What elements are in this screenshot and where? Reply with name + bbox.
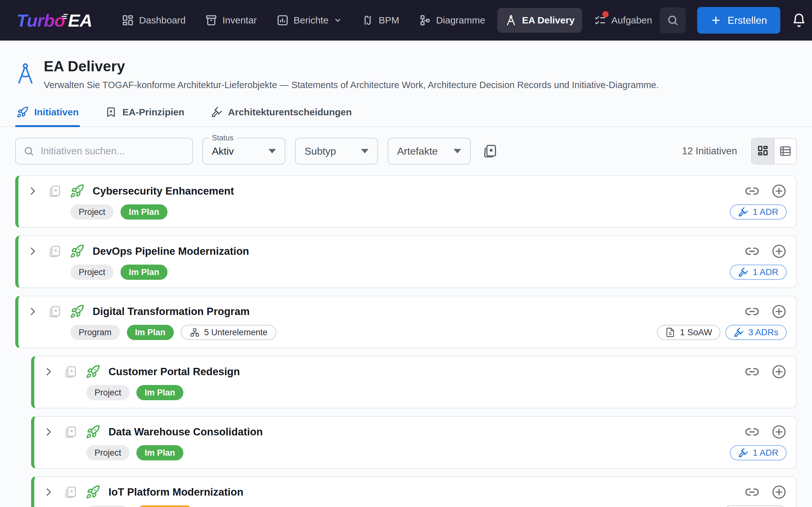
nav-item-diagramme[interactable]: Diagramme [411,8,493,33]
artifact-badge[interactable]: 1 SoAW [723,505,786,507]
expand-chevron-icon[interactable] [26,245,39,258]
artifact-badge[interactable]: 1 ADR [730,265,786,280]
rocket-icon [70,244,84,259]
artefakte-select-label: Artefakte [397,146,438,157]
pill-row: Project Im Plan [70,205,234,220]
search-field [15,138,193,164]
artefakte-select[interactable]: Artefakte [388,138,471,164]
add-circle-icon[interactable] [771,364,786,379]
expand-chevron-icon[interactable] [26,184,39,198]
initiatives-list: Cybersecurity Enhancement Project Im Pla… [0,175,812,507]
nav-item-inventar[interactable]: Inventar [198,8,264,33]
tab-label: EA-Prinzipien [122,107,184,118]
drafting-compass-icon [15,61,36,86]
initiative-count: 12 Initiativen [682,146,737,157]
add-circle-icon[interactable] [771,183,786,199]
nav-item-ea-delivery[interactable]: EA Delivery [497,8,582,33]
status-pill: Im Plan [127,325,174,340]
nav-item-berichte[interactable]: Berichte [269,8,350,33]
initiative-title[interactable]: Cybersecurity Enhancement [93,185,234,197]
table-view-icon [779,145,792,158]
artifact-badges: 1 ADR [730,445,786,460]
link-icon[interactable] [745,485,759,499]
rocket-icon [16,106,29,118]
initiative-title[interactable]: IoT Platform Modernization [108,486,243,498]
gavel-icon [734,327,744,337]
rocket-icon [70,184,84,199]
subtyp-select[interactable]: Subtyp [295,138,378,164]
notification-dot [602,11,609,17]
card-view-button[interactable] [752,138,774,164]
rocket-icon [86,364,100,379]
initiative-title[interactable]: Customer Portal Redesign [108,366,240,378]
add-circle-icon[interactable] [771,304,786,319]
artifact-badge[interactable]: 3 ADRs [725,325,786,340]
children-badge[interactable]: 5 Unterelemente [181,325,276,340]
gavel-icon [738,267,748,277]
initiative-title[interactable]: Data Warehouse Consolidation [108,426,263,438]
search-button[interactable] [660,7,686,33]
add-circle-icon[interactable] [771,244,786,259]
initiative-title[interactable]: Digital Transformation Program [93,305,250,318]
table-view-button[interactable] [774,138,796,164]
tab-ea-prinzipien[interactable]: EA-Prinzipien [104,104,186,126]
pill-row: Program Im Plan 5 Unterelemente [70,325,276,340]
status-pill: Im Plan [120,265,167,280]
view-toggle [751,138,797,164]
artifact-badge-label: 1 ADR [753,448,778,458]
nav-item-aufgaben[interactable]: Aufgaben [587,8,659,33]
link-icon[interactable] [745,304,759,319]
initiative-title[interactable]: DevOps Pipeline Modernization [93,245,249,257]
link-icon[interactable] [745,364,759,379]
expand-chevron-icon[interactable] [42,425,55,439]
bell-icon[interactable] [792,13,806,27]
expand-chevron-icon[interactable] [26,305,39,318]
artifact-badge[interactable]: 1 ADR [730,445,786,460]
artifact-badges: 1 ADR [730,265,786,280]
type-pill: Project [70,265,113,280]
nav-item-bpm[interactable]: BPM [354,8,407,33]
speed-lines-icon [60,12,69,21]
pill-row: Project Im Plan [86,385,240,400]
nav-item-dashboard[interactable]: Dashboard [114,8,193,33]
tab-architekturentscheidungen[interactable]: Architekturentscheidungen [210,104,353,126]
app-logo[interactable]: Turbo EA [16,10,92,31]
logo-turbo-text: Turbo [16,10,65,31]
pill-row: Project Im Plan [86,445,263,460]
add-circle-icon[interactable] [771,485,786,500]
chevron-down-icon [334,16,342,24]
caret-down-icon [361,149,368,153]
initiative-card: Digital Transformation Program Program I… [15,296,797,348]
artifact-badges: 1 ADR [730,205,786,220]
gavel-icon [738,207,748,217]
status-select-label: Status [209,133,237,142]
artifact-badge[interactable]: 1 SoAW [657,325,720,340]
tab-label: Initiativen [34,107,79,118]
card-stack-star-icon[interactable] [482,144,497,159]
nav-right: Erstellen [660,7,812,34]
artifact-badge-label: 1 SoAW [680,327,712,337]
create-button[interactable]: Erstellen [697,7,780,34]
search-icon [667,14,679,26]
archive-box-icon [205,14,217,26]
pill-row: Project Gefährdet [86,505,243,507]
status-pill: Im Plan [136,385,183,400]
tab-initiativen[interactable]: Initiativen [15,104,80,126]
expand-chevron-icon[interactable] [42,365,55,378]
rocket-icon [86,425,100,439]
initiative-card: DevOps Pipeline Modernization Project Im… [15,235,797,288]
link-icon[interactable] [745,184,759,199]
artifact-badge[interactable]: 1 ADR [730,205,786,220]
search-input[interactable] [41,146,185,157]
add-circle-icon[interactable] [771,424,786,440]
link-icon[interactable] [745,425,759,439]
caret-down-icon [454,149,461,153]
nav-item-label: BPM [379,15,399,26]
grid-view-icon [757,145,769,158]
status-select[interactable]: Status Aktiv [202,138,286,164]
card-stack-icon [48,244,61,258]
artifact-badge-label: 3 ADRs [748,327,778,337]
link-icon[interactable] [745,244,759,259]
children-badge-label: 5 Unterelemente [204,328,268,337]
expand-chevron-icon[interactable] [42,486,55,499]
